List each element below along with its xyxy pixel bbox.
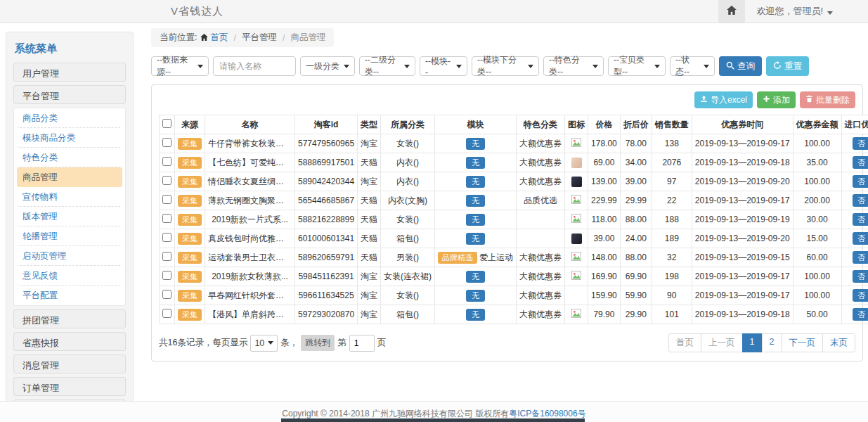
reset-button[interactable]: 重置 [766,56,809,76]
icon-cell [565,267,588,286]
pager-button-1[interactable]: 1 [742,333,763,352]
table-row: 采集真皮钱包时尚优雅女士...601000601341天猫箱包()无39.002… [160,229,868,248]
row-checkbox[interactable] [162,271,171,280]
product-type: 天猫 [358,229,381,248]
filter-select-6[interactable]: --宝贝类型-- [608,56,666,76]
pager-button-2[interactable]: 2 [762,333,782,352]
sidebar-item-启动页管理[interactable]: 启动页管理 [17,246,122,266]
sidebar-item-特色分类[interactable]: 特色分类 [17,148,122,167]
import-select-toggle[interactable]: 否 [853,289,868,302]
row-checkbox-cell [160,286,175,305]
sidebar-group-订单管理[interactable]: 订单管理 [13,377,126,396]
pager-button-首页[interactable]: 首页 [668,333,701,352]
row-checkbox[interactable] [162,195,171,204]
column-header-图标: 图标 [565,115,588,134]
sidebar-group-拼团管理[interactable]: 拼团管理 [13,309,126,328]
row-checkbox[interactable] [162,214,171,223]
icp-link[interactable]: 粤ICP备16098006号 [509,409,585,418]
import-excel-button[interactable]: 导入excel [694,91,753,108]
module-inner: 无 [466,157,485,169]
column-header-模块: 模块 [435,115,517,134]
sidebar-group-消息管理[interactable]: 消息管理 [13,354,126,373]
breadcrumb-section[interactable]: 平台管理 [242,32,277,44]
sidebar-group-平台管理[interactable]: 平台管理 [13,85,126,104]
import-select-toggle[interactable]: 否 [853,232,868,245]
copyright-text: Copyright © 2014-2018 广州九驰网络科技有限公司 版权所有 [282,409,509,418]
row-checkbox[interactable] [162,138,171,147]
module-badge: 无 [466,309,485,321]
per-page-select[interactable]: 10 [250,335,278,352]
import-select-toggle[interactable]: 否 [853,137,868,150]
pager-button-末页[interactable]: 末页 [822,333,855,352]
broken-image-icon [571,272,581,282]
query-button[interactable]: 查询 [719,56,762,76]
import-select-toggle[interactable]: 否 [853,194,868,207]
jump-label: 第 [337,337,346,349]
breadcrumb-home-link[interactable]: 首页 [200,32,228,44]
row-checkbox[interactable] [162,252,171,261]
import-select-toggle[interactable]: 否 [853,175,868,188]
filter-select-7[interactable]: --状态-- [670,56,715,76]
name-search-input[interactable] [213,56,296,76]
product-category: 箱包() [381,305,435,324]
sidebar-item-商品分类[interactable]: 商品分类 [17,108,122,128]
pager-button-上一页[interactable]: 上一页 [701,333,743,352]
filter-select-2[interactable]: --二级分类-- [359,56,415,76]
batch-delete-button[interactable]: 批量删除 [800,91,855,108]
sidebar-item-意见反馈[interactable]: 意见反馈 [17,266,122,286]
coupon-time: 2019-09-13—2019-09-19 [692,210,793,229]
import-select-cell: 否 [841,305,868,324]
row-checkbox[interactable] [162,233,171,242]
row-checkbox[interactable] [162,290,171,299]
import-select-toggle[interactable]: 否 [853,213,868,226]
feature-category: 大额优惠券 [517,153,565,172]
row-checkbox[interactable] [162,309,171,318]
feature-category: 大额优惠券 [517,286,565,305]
broken-image-icon [571,215,581,225]
source-cell: 采集 [175,305,205,324]
filter-select-5[interactable]: --特色分类-- [543,56,604,76]
sales-count: 188 [652,210,692,229]
module-inner: 无 [466,176,485,188]
user-menu[interactable]: 欢迎您，管理员! [745,0,868,23]
coupon-time: 2019-09-13—2019-09-20 [692,172,793,191]
home-button[interactable] [718,0,745,23]
filter-select-4[interactable]: --模块下分类-- [472,56,539,76]
jump-button[interactable]: 跳转到 [301,335,335,351]
import-select-toggle[interactable]: 否 [853,251,868,264]
coupon-time: 2019-09-13—2019-09-20 [692,229,793,248]
icon-cell [565,153,588,172]
sidebar-item-轮播管理[interactable]: 轮播管理 [17,226,122,246]
row-checkbox[interactable] [162,176,171,185]
filter-select-3[interactable]: --模块-- [420,56,467,76]
sidebar-item-宣传物料[interactable]: 宣传物料 [17,187,122,207]
records-summary: 共16条记录，每页显示 [159,337,247,349]
add-button[interactable]: 添加 [757,91,796,108]
filter-select-data-source[interactable]: --数据来源-- [151,56,209,76]
feature-category [517,229,565,248]
sidebar-group-省惠快报[interactable]: 省惠快报 [13,332,126,351]
source-badge: 采集 [178,290,202,302]
row-checkbox[interactable] [162,157,171,166]
product-name: 薄款无钢圈文胸聚拢性... [205,191,295,210]
import-select-toggle[interactable]: 否 [853,156,868,169]
pager-button-下一页[interactable]: 下一页 [782,333,824,352]
sidebar-item-平台配置[interactable]: 平台配置 [17,286,122,305]
product-category: 男装() [381,248,435,267]
sidebar-item-版本管理[interactable]: 版本管理 [17,207,122,226]
import-select-toggle[interactable]: 否 [853,308,868,321]
product-type: 淘宝 [358,267,381,286]
product-thumbnail [571,234,582,244]
sidebar-group-用户管理[interactable]: 用户管理 [13,63,126,82]
import-select-toggle[interactable]: 否 [853,270,868,283]
table-row: 采集2019新款一片式系...588216228899天猫女装()无118.00… [160,210,868,229]
jump-page-input[interactable] [349,335,375,352]
sidebar-item-模块商品分类[interactable]: 模块商品分类 [17,128,122,148]
column-header-所属分类: 所属分类 [381,115,435,134]
filter-select-1[interactable]: 一级分类 [300,56,355,76]
sidebar-item-商品管理[interactable]: 商品管理 [17,167,122,187]
chevron-down-icon [827,6,833,17]
select-all-checkbox[interactable] [162,119,171,128]
module-cell: 无 [435,191,517,210]
price: 139.00 [588,172,621,191]
